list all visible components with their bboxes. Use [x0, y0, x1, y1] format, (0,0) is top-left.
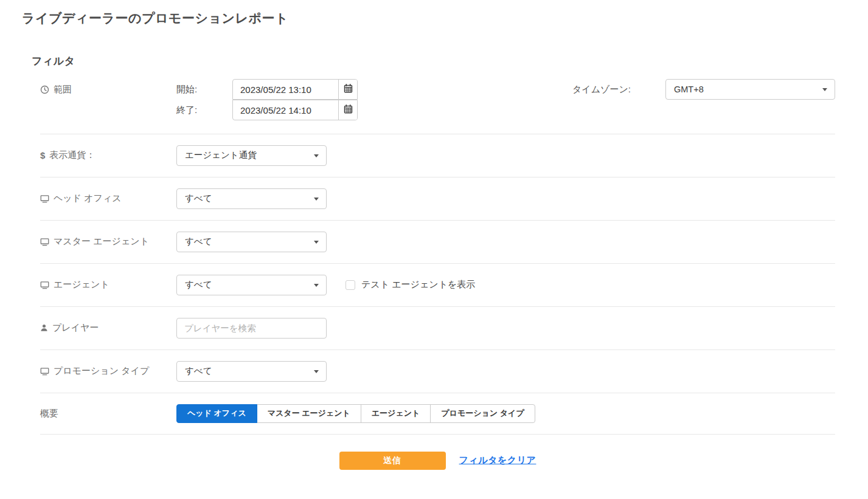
summary-tab-master-agent[interactable]: マスター エージェント	[257, 404, 361, 423]
end-date-label: 終了:	[176, 105, 232, 116]
head-office-label: ヘッド オフィス	[40, 193, 176, 204]
summary-button-group: ヘッド オフィス マスター エージェント エージェント プロモーション タイプ	[176, 404, 535, 423]
caret-down-icon	[314, 284, 319, 287]
row-head-office: ヘッド オフィス すべて	[40, 177, 835, 221]
currency-label-text: 表示通貨：	[49, 150, 95, 161]
row-player: プレイヤー	[40, 307, 835, 350]
agent-selected-value: すべて	[185, 279, 212, 291]
master-agent-label-text: マスター エージェント	[54, 236, 149, 247]
timezone-field: タイムゾーン: GMT+8	[572, 79, 835, 100]
caret-down-icon	[314, 370, 319, 373]
timezone-select[interactable]: GMT+8	[665, 79, 835, 100]
timezone-label: タイムゾーン:	[572, 84, 665, 95]
filter-form: 範囲 開始: 終了:	[40, 75, 835, 487]
range-label-text: 範囲	[54, 84, 72, 95]
start-date-line: 開始:	[176, 79, 358, 100]
master-agent-label: マスター エージェント	[40, 236, 176, 247]
submit-button[interactable]: 送信	[339, 452, 446, 470]
head-office-label-text: ヘッド オフィス	[54, 193, 122, 204]
summary-label: 概要	[40, 408, 176, 419]
row-currency: $ 表示通貨： エージェント通貨	[40, 134, 835, 177]
end-date-calendar-button[interactable]	[338, 100, 357, 120]
desktop-icon	[40, 281, 49, 289]
clock-icon	[40, 85, 49, 94]
clear-filters-link[interactable]: フィルタをクリア	[459, 455, 536, 466]
show-test-agents-checkbox[interactable]	[345, 280, 355, 290]
dollar-icon: $	[40, 151, 45, 160]
desktop-icon	[40, 194, 49, 203]
desktop-icon	[40, 367, 49, 376]
promotion-type-select[interactable]: すべて	[176, 361, 327, 382]
row-range: 範囲 開始: 終了:	[40, 75, 835, 134]
master-agent-select[interactable]: すべて	[176, 232, 327, 252]
head-office-selected-value: すべて	[185, 193, 212, 204]
agent-label-text: エージェント	[54, 279, 109, 291]
agent-label: エージェント	[40, 279, 176, 291]
end-date-group	[232, 100, 358, 120]
start-date-label: 開始:	[176, 84, 232, 95]
agent-select[interactable]: すべて	[176, 275, 327, 295]
row-master-agent: マスター エージェント すべて	[40, 221, 835, 264]
promotion-type-label: プロモーション タイプ	[40, 365, 176, 377]
user-icon	[40, 324, 48, 332]
summary-tab-head-office[interactable]: ヘッド オフィス	[176, 404, 257, 423]
player-label-text: プレイヤー	[52, 322, 99, 334]
start-date-input[interactable]	[233, 80, 338, 99]
calendar-icon	[344, 105, 353, 116]
row-actions: 送信 フィルタをクリア	[40, 435, 835, 487]
timezone-selected-value: GMT+8	[674, 84, 704, 94]
date-range-fields: 開始: 終了:	[176, 79, 358, 121]
caret-down-icon	[314, 241, 319, 244]
head-office-select[interactable]: すべて	[176, 188, 327, 209]
calendar-icon	[344, 84, 353, 95]
caret-down-icon	[822, 88, 827, 91]
summary-tab-agent[interactable]: エージェント	[361, 404, 431, 423]
caret-down-icon	[314, 154, 319, 157]
row-agent: エージェント すべて テスト エージェントを表示	[40, 264, 835, 307]
start-date-group	[232, 79, 358, 100]
master-agent-selected-value: すべて	[185, 236, 212, 247]
range-label: 範囲	[40, 79, 176, 95]
end-date-input[interactable]	[233, 100, 338, 120]
desktop-icon	[40, 238, 49, 246]
show-test-agents-checkbox-group[interactable]: テスト エージェントを表示	[345, 279, 475, 291]
caret-down-icon	[314, 198, 319, 201]
promotion-report-page: ライブディーラーのプロモーションレポート フィルタ 範囲 開始:	[0, 0, 868, 499]
page-title: ライブディーラーのプロモーションレポート	[22, 10, 868, 27]
summary-tab-promotion-type[interactable]: プロモーション タイプ	[430, 404, 535, 423]
summary-label-text: 概要	[40, 408, 58, 419]
row-promotion-type: プロモーション タイプ すべて	[40, 350, 835, 393]
promotion-type-selected-value: すべて	[185, 365, 212, 377]
currency-select[interactable]: エージェント通貨	[176, 145, 327, 166]
end-date-line: 終了:	[176, 100, 358, 121]
player-search-input[interactable]	[176, 318, 327, 339]
currency-selected-value: エージェント通貨	[185, 150, 257, 161]
start-date-calendar-button[interactable]	[338, 80, 357, 99]
show-test-agents-label: テスト エージェントを表示	[361, 279, 475, 291]
promotion-type-label-text: プロモーション タイプ	[54, 365, 149, 377]
row-summary: 概要 ヘッド オフィス マスター エージェント エージェント プロモーション タ…	[40, 393, 835, 435]
currency-label: $ 表示通貨：	[40, 150, 176, 161]
player-label: プレイヤー	[40, 322, 176, 334]
filter-heading: フィルタ	[32, 54, 868, 68]
